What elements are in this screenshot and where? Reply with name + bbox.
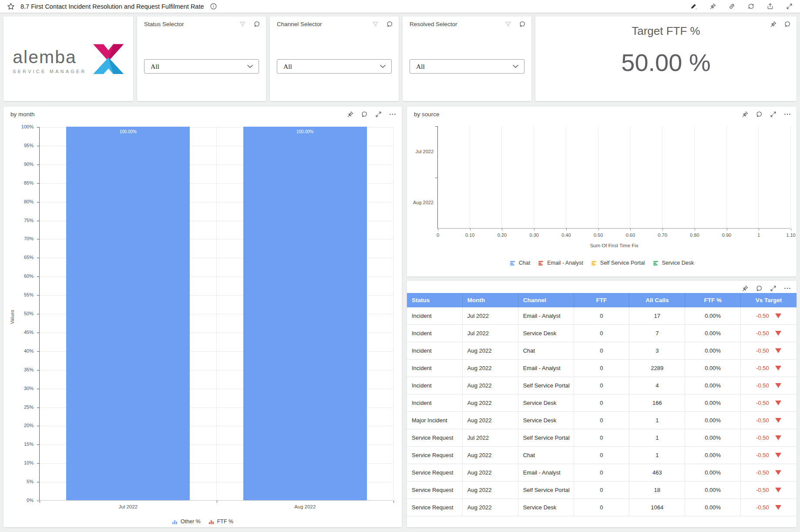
chevron-down-icon (380, 64, 386, 68)
series-swatch-icon (172, 519, 178, 525)
vs-target-value: -0.50 (756, 417, 769, 424)
y-tick-mark (435, 126, 437, 127)
vs-target-cell: -0.50 (741, 325, 797, 342)
legend-item[interactable]: FTF % (208, 519, 234, 525)
vs-target-value: -0.50 (756, 330, 769, 337)
table-row[interactable]: Service RequestJul 2022Self Service Port… (407, 429, 797, 447)
vs-target-cell: -0.50 (741, 429, 797, 446)
vs-target-value: -0.50 (756, 469, 769, 476)
table-cell: 3 (629, 342, 685, 359)
table-row[interactable]: Service RequestAug 2022Chat010.00%-0.50 (407, 447, 797, 464)
x-tick-mark (393, 501, 394, 503)
filter-icon[interactable] (372, 20, 379, 28)
vs-target-value: -0.50 (756, 382, 769, 389)
bar-aug-2022[interactable]: 100.00% (243, 127, 367, 500)
y-tick-mark (37, 165, 39, 165)
pin-icon[interactable] (770, 20, 777, 28)
edit-icon[interactable] (690, 3, 697, 10)
dashboard-title: 8.7 First Contact Incident Resolution an… (20, 3, 204, 10)
alemba-x-logo-icon (93, 44, 124, 74)
info-icon[interactable] (210, 3, 217, 10)
table-cell: 0.00% (685, 307, 741, 324)
table-row[interactable]: IncidentJul 2022Service Desk070.00%-0.50 (407, 325, 797, 342)
favorite-star-icon[interactable] (7, 3, 15, 10)
table-cell: Major Incident (407, 412, 463, 429)
table-cell: Service Request (407, 481, 463, 498)
pin-icon[interactable] (741, 111, 749, 118)
table-cell: Aug 2022 (463, 481, 518, 498)
comment-icon[interactable] (518, 20, 526, 28)
legend-label: FTF % (217, 519, 234, 525)
x-tick-mark (759, 229, 759, 230)
pin-icon[interactable] (709, 3, 716, 10)
legend-label: Service Desk (662, 260, 694, 266)
table-cell: Incident (407, 394, 463, 411)
column-header[interactable]: Month (463, 293, 518, 307)
share-icon[interactable] (766, 3, 774, 10)
column-header[interactable]: Status (407, 293, 463, 307)
legend-item[interactable]: Service Desk (653, 260, 694, 266)
comment-icon[interactable] (386, 20, 393, 28)
bymonth-plot: 0%5%10%15%20%25%30%35%40%45%50%55%60%65%… (39, 127, 393, 501)
x-tick-label: 0.40 (553, 232, 579, 238)
legend-item[interactable]: Email - Analyst (538, 260, 583, 266)
y-tick-mark (37, 239, 39, 239)
pin-icon[interactable] (346, 111, 354, 118)
status-selector-dropdown[interactable]: All (144, 59, 259, 74)
table-row[interactable]: Service RequestAug 2022Self Service Port… (407, 481, 797, 499)
table-row[interactable]: IncidentAug 2022Self Service Portal040.0… (407, 377, 797, 394)
more-icon[interactable] (389, 111, 397, 118)
vs-target-value: -0.50 (756, 365, 769, 371)
legend-item[interactable]: Other % (172, 519, 201, 525)
table-row[interactable]: Major IncidentAug 2022Service Desk010.00… (407, 412, 797, 429)
table-cell: 17 (629, 307, 685, 324)
comment-icon[interactable] (755, 111, 763, 118)
table-row[interactable]: Service RequestAug 2022Service Desk01064… (407, 499, 797, 516)
y-tick-mark (37, 258, 39, 258)
more-icon[interactable] (783, 111, 791, 118)
column-header[interactable]: All Calls (629, 293, 685, 307)
column-header[interactable]: Vs Target (741, 293, 797, 307)
column-header[interactable]: FTF (574, 293, 630, 307)
x-tick-label: 0.10 (457, 232, 483, 238)
comment-icon[interactable] (253, 20, 261, 28)
filter-icon[interactable] (504, 20, 512, 28)
expand-icon[interactable] (770, 111, 777, 118)
table-row[interactable]: Service RequestAug 2022Email - Analyst04… (407, 464, 797, 481)
table-row[interactable]: IncidentAug 2022Email - Analyst022890.00… (407, 360, 797, 377)
expand-icon[interactable] (770, 285, 777, 292)
y-tick-label: 60% (7, 273, 34, 279)
filter-icon[interactable] (239, 20, 246, 28)
bar-jul-2022[interactable]: 100.00% (66, 127, 190, 500)
more-icon[interactable] (783, 285, 791, 292)
table-cell: Aug 2022 (463, 412, 518, 429)
table-cell: Service Request (407, 447, 463, 464)
comment-icon[interactable] (783, 20, 791, 28)
expand-icon[interactable] (786, 3, 793, 10)
legend-item[interactable]: Chat (510, 260, 530, 266)
column-header[interactable]: Channel (518, 293, 574, 307)
resolved-selector-dropdown[interactable]: All (410, 59, 524, 74)
comment-icon[interactable] (360, 111, 368, 118)
y-tick-label: 50% (7, 311, 34, 316)
table-cell: Service Desk (518, 325, 574, 342)
table-row[interactable]: IncidentJul 2022Email - Analyst0170.00%-… (407, 307, 797, 325)
y-tick-label: 35% (7, 367, 34, 372)
table-cell: 0.00% (685, 429, 741, 446)
legend-item[interactable]: Self Service Portal (591, 260, 645, 266)
x-tick-label: 1 (746, 232, 772, 238)
pin-icon[interactable] (741, 285, 749, 292)
refresh-icon[interactable] (747, 3, 755, 10)
column-header[interactable]: FTF % (685, 293, 741, 307)
comment-icon[interactable] (755, 285, 763, 292)
gridline (662, 126, 662, 228)
table-cell: Self Service Portal (518, 377, 574, 394)
x-tick-mark (566, 229, 567, 230)
table-row[interactable]: IncidentAug 2022Service Desk01660.00%-0.… (407, 394, 797, 412)
table-row[interactable]: IncidentAug 2022Chat030.00%-0.50 (407, 342, 797, 360)
expand-icon[interactable] (375, 111, 382, 118)
link-icon[interactable] (728, 3, 736, 10)
y-tick-mark (435, 178, 437, 178)
triangle-down-icon (775, 470, 781, 475)
channel-selector-dropdown[interactable]: All (277, 59, 392, 74)
